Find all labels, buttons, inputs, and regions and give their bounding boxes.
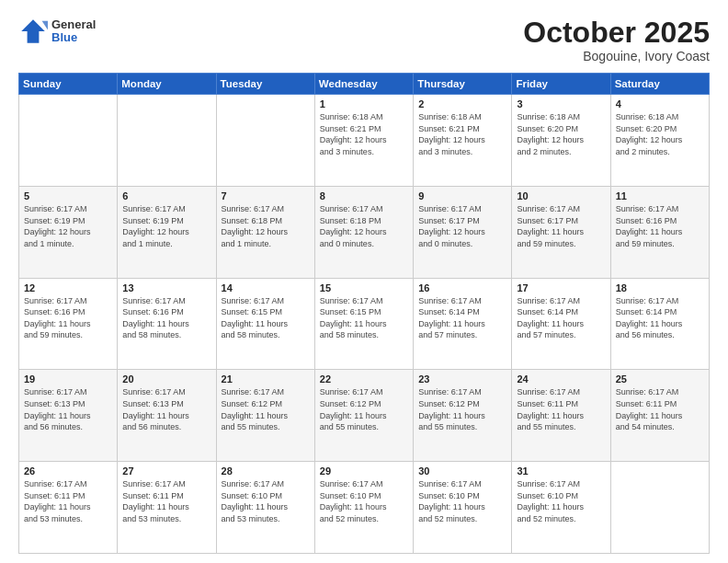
calendar-cell: 28Sunrise: 6:17 AM Sunset: 6:10 PM Dayli… — [216, 462, 314, 554]
calendar-cell: 10Sunrise: 6:17 AM Sunset: 6:17 PM Dayli… — [512, 186, 610, 278]
calendar-cell — [216, 95, 314, 187]
col-tuesday: Tuesday — [216, 74, 314, 95]
day-info: Sunrise: 6:17 AM Sunset: 6:14 PM Dayligh… — [616, 295, 704, 341]
calendar-cell: 11Sunrise: 6:17 AM Sunset: 6:16 PM Dayli… — [610, 186, 709, 278]
day-number: 29 — [320, 465, 408, 477]
calendar-cell: 2Sunrise: 6:18 AM Sunset: 6:21 PM Daylig… — [414, 95, 512, 187]
calendar-cell: 5Sunrise: 6:17 AM Sunset: 6:19 PM Daylig… — [19, 186, 118, 278]
calendar-week-4: 19Sunrise: 6:17 AM Sunset: 6:13 PM Dayli… — [19, 370, 710, 462]
day-number: 6 — [122, 190, 210, 201]
day-info: Sunrise: 6:17 AM Sunset: 6:19 PM Dayligh… — [122, 203, 210, 249]
day-number: 27 — [122, 465, 210, 477]
logo-general: General — [51, 18, 96, 31]
day-number: 7 — [222, 190, 310, 201]
day-info: Sunrise: 6:17 AM Sunset: 6:15 PM Dayligh… — [320, 295, 408, 341]
day-info: Sunrise: 6:17 AM Sunset: 6:14 PM Dayligh… — [418, 295, 506, 341]
col-monday: Monday — [118, 74, 216, 95]
day-info: Sunrise: 6:17 AM Sunset: 6:12 PM Dayligh… — [222, 386, 310, 432]
day-info: Sunrise: 6:18 AM Sunset: 6:20 PM Dayligh… — [616, 111, 704, 157]
day-number: 20 — [122, 373, 210, 385]
logo-text: General Blue — [51, 18, 96, 45]
calendar-cell: 17Sunrise: 6:17 AM Sunset: 6:14 PM Dayli… — [512, 278, 610, 370]
day-info: Sunrise: 6:18 AM Sunset: 6:20 PM Dayligh… — [517, 111, 605, 157]
day-number: 5 — [24, 190, 112, 201]
day-number: 9 — [418, 190, 506, 201]
calendar-cell: 4Sunrise: 6:18 AM Sunset: 6:20 PM Daylig… — [610, 95, 709, 187]
calendar-table: Sunday Monday Tuesday Wednesday Thursday… — [18, 73, 710, 554]
day-number: 16 — [418, 282, 506, 293]
calendar-cell: 27Sunrise: 6:17 AM Sunset: 6:11 PM Dayli… — [118, 462, 216, 554]
calendar-cell — [118, 95, 216, 187]
calendar-cell: 19Sunrise: 6:17 AM Sunset: 6:13 PM Dayli… — [19, 370, 118, 462]
calendar-cell: 30Sunrise: 6:17 AM Sunset: 6:10 PM Dayli… — [414, 462, 512, 554]
day-number: 8 — [320, 190, 408, 201]
col-friday: Friday — [512, 74, 610, 95]
col-wednesday: Wednesday — [314, 74, 413, 95]
calendar-week-5: 26Sunrise: 6:17 AM Sunset: 6:11 PM Dayli… — [19, 462, 710, 554]
day-info: Sunrise: 6:17 AM Sunset: 6:12 PM Dayligh… — [320, 386, 408, 432]
day-info: Sunrise: 6:17 AM Sunset: 6:13 PM Dayligh… — [122, 386, 210, 432]
day-info: Sunrise: 6:17 AM Sunset: 6:16 PM Dayligh… — [616, 203, 704, 249]
day-info: Sunrise: 6:17 AM Sunset: 6:14 PM Dayligh… — [517, 295, 605, 341]
calendar-cell: 14Sunrise: 6:17 AM Sunset: 6:15 PM Dayli… — [216, 278, 314, 370]
day-number: 18 — [616, 282, 704, 293]
day-info: Sunrise: 6:17 AM Sunset: 6:18 PM Dayligh… — [222, 203, 310, 249]
header: General Blue October 2025 Bogouine, Ivor… — [18, 17, 710, 63]
calendar-week-3: 12Sunrise: 6:17 AM Sunset: 6:16 PM Dayli… — [19, 278, 710, 370]
logo-blue: Blue — [51, 31, 96, 44]
day-number: 14 — [222, 282, 310, 293]
day-info: Sunrise: 6:17 AM Sunset: 6:16 PM Dayligh… — [24, 295, 112, 341]
day-number: 24 — [517, 373, 605, 385]
day-info: Sunrise: 6:17 AM Sunset: 6:15 PM Dayligh… — [222, 295, 310, 341]
day-info: Sunrise: 6:17 AM Sunset: 6:10 PM Dayligh… — [418, 478, 506, 524]
day-info: Sunrise: 6:17 AM Sunset: 6:19 PM Dayligh… — [24, 203, 112, 249]
calendar-cell: 23Sunrise: 6:17 AM Sunset: 6:12 PM Dayli… — [414, 370, 512, 462]
day-info: Sunrise: 6:18 AM Sunset: 6:21 PM Dayligh… — [320, 111, 408, 157]
calendar-cell: 29Sunrise: 6:17 AM Sunset: 6:10 PM Dayli… — [314, 462, 413, 554]
calendar-cell: 6Sunrise: 6:17 AM Sunset: 6:19 PM Daylig… — [118, 186, 216, 278]
day-number: 31 — [517, 465, 605, 477]
calendar-cell: 7Sunrise: 6:17 AM Sunset: 6:18 PM Daylig… — [216, 186, 314, 278]
day-number: 11 — [616, 190, 704, 201]
calendar-cell: 26Sunrise: 6:17 AM Sunset: 6:11 PM Dayli… — [19, 462, 118, 554]
day-number: 17 — [517, 282, 605, 293]
day-info: Sunrise: 6:17 AM Sunset: 6:12 PM Dayligh… — [418, 386, 506, 432]
day-number: 26 — [24, 465, 112, 477]
day-info: Sunrise: 6:17 AM Sunset: 6:18 PM Dayligh… — [320, 203, 408, 249]
day-info: Sunrise: 6:17 AM Sunset: 6:16 PM Dayligh… — [122, 295, 210, 341]
day-number: 4 — [616, 98, 704, 109]
calendar-cell: 24Sunrise: 6:17 AM Sunset: 6:11 PM Dayli… — [512, 370, 610, 462]
calendar-cell: 8Sunrise: 6:17 AM Sunset: 6:18 PM Daylig… — [314, 186, 413, 278]
day-number: 12 — [24, 282, 112, 293]
title-block: October 2025 Bogouine, Ivory Coast — [523, 17, 710, 63]
calendar-cell: 18Sunrise: 6:17 AM Sunset: 6:14 PM Dayli… — [610, 278, 709, 370]
calendar-header-row: Sunday Monday Tuesday Wednesday Thursday… — [19, 74, 710, 95]
calendar-cell: 16Sunrise: 6:17 AM Sunset: 6:14 PM Dayli… — [414, 278, 512, 370]
calendar-cell — [19, 95, 118, 187]
day-info: Sunrise: 6:17 AM Sunset: 6:10 PM Dayligh… — [320, 478, 408, 524]
day-number: 25 — [616, 373, 704, 385]
day-number: 19 — [24, 373, 112, 385]
day-info: Sunrise: 6:17 AM Sunset: 6:17 PM Dayligh… — [517, 203, 605, 249]
day-info: Sunrise: 6:17 AM Sunset: 6:11 PM Dayligh… — [24, 478, 112, 524]
day-number: 23 — [418, 373, 506, 385]
col-saturday: Saturday — [610, 74, 709, 95]
col-sunday: Sunday — [19, 74, 118, 95]
day-number: 15 — [320, 282, 408, 293]
day-info: Sunrise: 6:17 AM Sunset: 6:13 PM Dayligh… — [24, 386, 112, 432]
calendar-cell: 31Sunrise: 6:17 AM Sunset: 6:10 PM Dayli… — [512, 462, 610, 554]
day-info: Sunrise: 6:17 AM Sunset: 6:10 PM Dayligh… — [222, 478, 310, 524]
calendar-cell: 1Sunrise: 6:18 AM Sunset: 6:21 PM Daylig… — [314, 95, 413, 187]
day-number: 22 — [320, 373, 408, 385]
calendar-cell: 20Sunrise: 6:17 AM Sunset: 6:13 PM Dayli… — [118, 370, 216, 462]
calendar-cell: 15Sunrise: 6:17 AM Sunset: 6:15 PM Dayli… — [314, 278, 413, 370]
svg-marker-1 — [42, 21, 48, 30]
calendar-subtitle: Bogouine, Ivory Coast — [523, 49, 710, 63]
logo-icon — [18, 17, 48, 46]
day-number: 28 — [222, 465, 310, 477]
day-number: 1 — [320, 98, 408, 109]
calendar-cell: 9Sunrise: 6:17 AM Sunset: 6:17 PM Daylig… — [414, 186, 512, 278]
svg-marker-0 — [21, 19, 45, 43]
day-number: 21 — [222, 373, 310, 385]
logo: General Blue — [18, 17, 96, 46]
